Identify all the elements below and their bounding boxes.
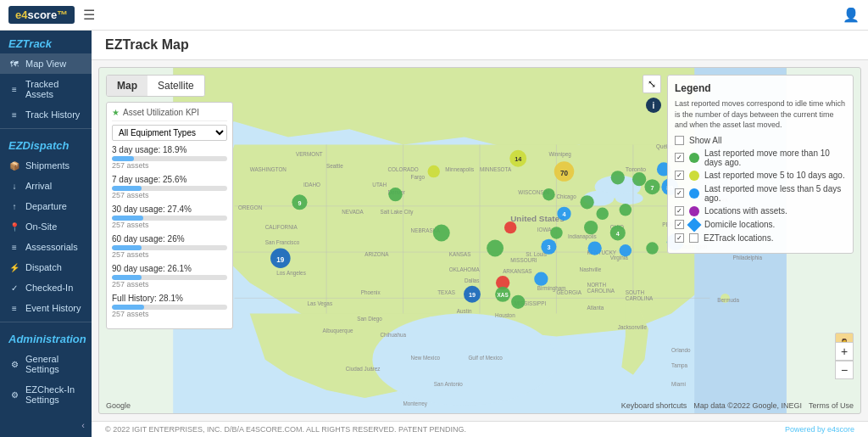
svg-text:Nashville: Nashville	[580, 266, 602, 272]
svg-text:OHIO: OHIO	[610, 224, 624, 230]
legend-checkbox-show-all[interactable]	[675, 136, 684, 145]
svg-text:Miami: Miami	[671, 381, 686, 387]
arrival-icon: ↓	[8, 182, 20, 191]
legend-eztrack: EZTrack locations.	[675, 233, 846, 243]
google-attribution: Google	[106, 401, 131, 410]
svg-text:WISCONSIN: WISCONSIN	[518, 189, 549, 195]
kpi-filter-select[interactable]: All Equipment Types	[112, 125, 227, 141]
zoom-in-button[interactable]: +	[835, 342, 854, 361]
map-tab-map[interactable]: Map	[107, 76, 147, 96]
sidebar-item-track-history[interactable]: ≡ Track History	[0, 104, 92, 125]
kpi-row-fullhistory: Full History: 28.1% 257 assets	[112, 294, 227, 318]
legend-checkbox-less5days[interactable]	[675, 188, 684, 198]
legend-label-eztrack: EZTrack locations.	[704, 233, 773, 243]
sidebar-collapse-button[interactable]: ‹	[0, 413, 92, 437]
sidebar-item-checked-in[interactable]: ✓ Checked-In	[0, 277, 92, 298]
page-title: EZTrack Map	[92, 31, 868, 60]
svg-text:Phoenix: Phoenix	[361, 289, 381, 295]
svg-text:Las Vegas: Las Vegas	[308, 300, 333, 307]
svg-text:Los Angeles: Los Angeles	[276, 270, 305, 277]
sidebar-item-event-history[interactable]: ≡ Event History	[0, 298, 92, 318]
keyboard-shortcuts[interactable]: Keyboard shortcuts	[621, 401, 687, 410]
svg-point-4	[372, 313, 556, 406]
legend-checkbox-domicile[interactable]	[675, 220, 684, 229]
svg-text:IOWA: IOWA	[537, 227, 552, 233]
svg-text:NEVADA: NEVADA	[342, 209, 364, 215]
svg-text:UTAH: UTAH	[372, 182, 387, 188]
sidebar-item-onsite[interactable]: 📍 On-Site	[0, 216, 92, 237]
sidebar-label-ezcheckin-settings: EZCheck-In Settings	[25, 384, 83, 405]
sidebar-item-map-view[interactable]: 🗺 Map View	[0, 53, 92, 74]
info-icon[interactable]: i	[646, 98, 661, 113]
svg-text:MISSOURI: MISSOURI	[510, 257, 537, 263]
legend-title: Legend	[675, 82, 846, 94]
legend-dot-5to10days	[689, 171, 699, 181]
map-data-attribution: Map data ©2022 Google, INEGI	[693, 401, 802, 410]
svg-text:KANSAS: KANSAS	[449, 251, 471, 257]
sidebar-label-dispatch: Dispatch	[25, 262, 62, 272]
map-tab-satellite[interactable]: Satellite	[147, 76, 204, 96]
legend-checkbox-locations-assets[interactable]	[675, 206, 684, 216]
svg-text:Salt Lake City: Salt Lake City	[380, 209, 414, 216]
svg-text:WASHINGTON: WASHINGTON	[250, 166, 287, 172]
svg-text:Denver: Denver	[387, 189, 404, 195]
map-zoom-controls: + −	[835, 342, 854, 379]
sidebar-item-shipments[interactable]: 📦 Shipments	[0, 155, 92, 176]
user-icon[interactable]: 👤	[843, 7, 860, 23]
hamburger-icon[interactable]: ☰	[83, 7, 95, 23]
legend-description: Last reported moves correspond to idle t…	[675, 98, 846, 131]
sidebar-item-arrival[interactable]: ↓ Arrival	[0, 176, 92, 196]
legend-checkbox-10days[interactable]	[675, 153, 684, 162]
kpi-row-3day: 3 day usage: 18.9% 257 assets	[112, 145, 227, 170]
zoom-out-button[interactable]: −	[835, 361, 854, 379]
logo: e4score™	[8, 6, 75, 24]
sidebar-label-assessorials: Assessorials	[25, 242, 78, 252]
svg-text:TEXAS: TEXAS	[437, 289, 455, 295]
legend-checkbox-eztrack[interactable]	[675, 233, 684, 243]
sidebar-item-departure[interactable]: ↑ Departure	[0, 196, 92, 216]
list-icon: ≡	[8, 85, 20, 94]
map-container: United States Toronto Ottawa Montréal Ne…	[98, 67, 861, 414]
legend-label-10days: Last reported move more than 10 days ago…	[704, 148, 846, 167]
svg-text:ARKANSAS: ARKANSAS	[503, 268, 531, 274]
kpi-row-30day: 30 day usage: 27.4% 257 assets	[112, 204, 227, 229]
legend-less5days: Last reported move less than 5 days ago.	[675, 184, 846, 203]
sidebar-item-general-settings[interactable]: ⚙ General Settings	[0, 349, 92, 379]
sidebar-item-tracked-assets[interactable]: ≡ Tracked Assets	[0, 74, 92, 104]
kpi-row-90day: 90 day usage: 26.1% 257 assets	[112, 264, 227, 289]
legend-dot-10days	[689, 153, 699, 163]
svg-text:Ciudad Juárez: Ciudad Juárez	[346, 366, 381, 372]
legend-5to10days: Last reported move 5 to 10 days ago.	[675, 171, 846, 181]
kpi-title: ★ Asset Utilization KPI	[112, 108, 227, 121]
legend-10days: Last reported move more than 10 days ago…	[675, 148, 846, 167]
footer-powered-by: Powered by e4score	[785, 425, 854, 434]
map-bottom-right: Keyboard shortcuts Map data ©2022 Google…	[621, 401, 854, 410]
svg-text:Dallas: Dallas	[465, 277, 480, 283]
legend-checkbox-5to10days[interactable]	[675, 171, 684, 180]
top-bar-left: e4score™ ☰	[8, 6, 95, 24]
svg-text:MINNESOTA: MINNESOTA	[480, 166, 512, 172]
assessorials-icon: ≡	[8, 243, 20, 252]
svg-text:Chihuahua: Chihuahua	[380, 332, 406, 338]
footer: © 2022 IGIT ENTERPRISES, INC. D/B/A E4SC…	[92, 421, 868, 437]
sidebar-item-dispatch[interactable]: ⚡ Dispatch	[0, 257, 92, 277]
svg-text:Austin: Austin	[457, 308, 472, 314]
legend-domicile: Domicile locations.	[675, 220, 846, 230]
svg-text:IDAHO: IDAHO	[303, 182, 320, 188]
svg-text:CAROLINA: CAROLINA	[587, 288, 615, 294]
svg-text:Indianapolis: Indianapolis	[568, 233, 597, 240]
sidebar-section-administration: Administration	[0, 326, 92, 349]
sidebar-section-eztrack: EZTrack	[0, 31, 92, 53]
svg-text:MISSISSIPPI: MISSISSIPPI	[515, 300, 547, 306]
legend-locations-assets: Locations with assets.	[675, 206, 846, 216]
svg-text:CALIFORNIA: CALIFORNIA	[265, 224, 298, 230]
legend-diamond-domicile	[687, 217, 702, 232]
map-expand-button[interactable]: ⤡	[643, 75, 661, 93]
general-settings-icon: ⚙	[8, 360, 20, 369]
legend-dot-locations-assets	[689, 206, 699, 216]
terms-of-use[interactable]: Terms of Use	[809, 401, 854, 410]
sidebar-item-ezcheckin-settings[interactable]: ⚙ EZCheck-In Settings	[0, 379, 92, 410]
svg-text:Toronto: Toronto	[626, 165, 646, 173]
sidebar-item-assessorials[interactable]: ≡ Assessorials	[0, 237, 92, 257]
svg-text:NORTH: NORTH	[587, 282, 607, 288]
